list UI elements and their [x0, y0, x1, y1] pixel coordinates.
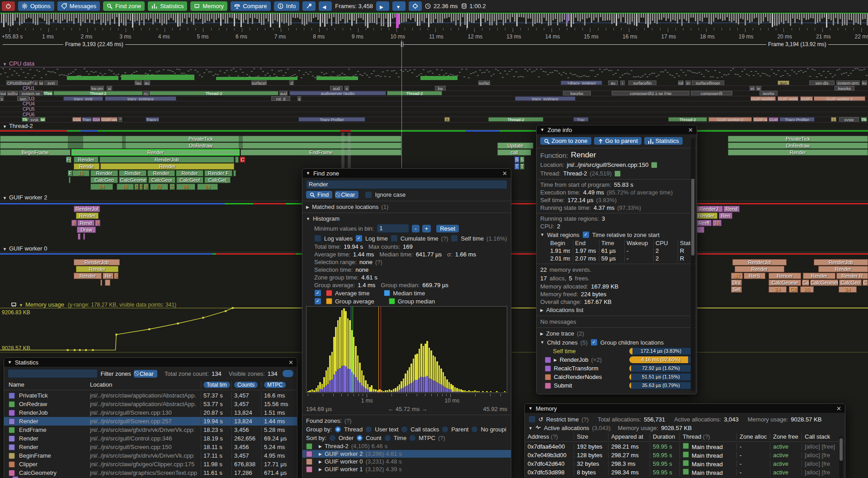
frame-bar[interactable] [604, 14, 606, 21]
timeline-zone-renderjob[interactable]: RenderJob [99, 156, 234, 163]
cpu-zone[interactable]: s [344, 86, 349, 90]
cpu-zone[interactable]: Thread-2 [488, 117, 543, 122]
found-zones-help[interactable]: (?) [344, 417, 352, 424]
frame-bar[interactable] [620, 14, 622, 22]
frame-bar[interactable] [175, 14, 176, 23]
compare-button[interactable]: Compare [231, 1, 270, 11]
wait-regions-label[interactable]: Wait regions [547, 232, 580, 238]
frame-bar[interactable] [690, 14, 692, 18]
frame-bar[interactable] [455, 14, 457, 25]
frame-bar[interactable] [1, 14, 2, 23]
frame-bar[interactable] [381, 14, 382, 26]
cpu-zone[interactable]: composer@2.1-se (Hw [612, 91, 689, 95]
frame-bar[interactable] [213, 14, 215, 23]
frame-bar[interactable] [182, 14, 183, 23]
cpu-zone[interactable]: GUIF worker 2 [708, 117, 752, 122]
frame-bar[interactable] [785, 14, 787, 21]
timeline-zone-re[interactable]: Re [103, 273, 113, 279]
frame-bar[interactable] [8, 14, 9, 25]
frame-bar[interactable] [78, 14, 79, 23]
info-button[interactable]: Info [274, 1, 300, 11]
frame-bar[interactable] [331, 14, 332, 26]
frame-bar[interactable] [656, 14, 658, 24]
frame-bar[interactable] [161, 14, 163, 25]
stats-row-clipper[interactable]: Clipperjni/../jni/src/claw/gfx/geo/Clipp… [4, 460, 297, 469]
frame-bar[interactable] [496, 14, 497, 25]
frame-bar[interactable] [231, 14, 233, 18]
frame-bar[interactable] [387, 14, 389, 27]
frame-bar[interactable] [629, 14, 631, 24]
group-by-radio-user-text[interactable] [365, 426, 372, 433]
frame-bar[interactable] [478, 14, 479, 19]
stats-row-render[interactable]: Renderjni/../jni/src/guif/Screen.cpp:150… [4, 443, 297, 451]
frame-bar[interactable] [96, 14, 97, 20]
frame-bar[interactable] [541, 14, 542, 24]
frame-bar[interactable] [643, 14, 644, 18]
zone-info-titlebar[interactable]: ▼ Zone info ✕ [537, 125, 697, 134]
frame-bar[interactable] [164, 14, 165, 24]
frame-bar[interactable] [116, 14, 118, 17]
frame-bar[interactable] [706, 14, 708, 18]
allocation-row[interactable]: 0x7dfc53d8988 bytes298.34 ms59.95 sMain … [525, 468, 845, 477]
frame-bar[interactable] [699, 14, 701, 21]
timeline-zone-render[interactable]: Render [74, 156, 99, 163]
timeline-zone[interactable] [68, 136, 83, 142]
timeline-zone-c[interactable]: C [240, 156, 245, 163]
frame-bar[interactable] [469, 14, 470, 22]
timeline-zone-calcgeo-[interactable]: CalcGeo! [176, 177, 203, 183]
frame-bar[interactable] [702, 14, 703, 22]
frame-bar[interactable] [315, 14, 316, 17]
frame-bar[interactable] [756, 14, 757, 18]
frame-bar[interactable] [130, 14, 131, 21]
collapse-arrow-icon[interactable]: ▼ [528, 426, 533, 431]
frame-bar[interactable] [528, 14, 529, 19]
child-zones-label[interactable]: Child zones [547, 339, 578, 346]
timeline-zone-calcgeome[interactable]: CalcGeome [119, 177, 147, 183]
cpu-zone[interactable]: i [831, 117, 836, 122]
timeline-zone-beginframe[interactable]: BeginFrame [0, 149, 71, 156]
wait-region-row[interactable]: 2.01 ms2.07 ms59 µs-2R [548, 255, 697, 262]
frame-bar[interactable] [602, 14, 604, 21]
frame-bar[interactable] [521, 14, 522, 17]
frame-bar[interactable] [559, 14, 561, 22]
frame-bar[interactable] [751, 14, 753, 22]
frame-bar[interactable] [256, 14, 258, 19]
frame-bar[interactable] [412, 14, 414, 18]
expand-arrow-icon[interactable]: ▶ [540, 331, 543, 336]
child-zone-calcrendernodes[interactable]: CalcRenderNodes51.51 µs (1.15%) [545, 373, 697, 381]
group-by-radio-thread[interactable] [335, 426, 341, 433]
frame-bar[interactable] [254, 14, 255, 18]
frame-bar[interactable] [340, 14, 341, 21]
timeline-zone-rend[interactable]: Rend [723, 206, 740, 212]
frame-bar[interactable] [467, 14, 468, 28]
frame-bar[interactable] [75, 14, 77, 18]
cpu-zone[interactable]: kw [435, 86, 446, 90]
frame-bar[interactable] [568, 14, 570, 21]
frame-bar[interactable] [708, 14, 710, 24]
frame-bar[interactable] [537, 14, 538, 23]
cpu-zone[interactable]: tracy_syst [63, 96, 103, 101]
cpu-zone[interactable]: rol [678, 80, 684, 85]
cpu-zone[interactable]: in [685, 80, 691, 85]
frame-bar[interactable] [42, 14, 43, 19]
frame-bar[interactable] [543, 14, 545, 18]
timeline-zone-5[interactable]: 5 [114, 273, 118, 279]
frame-bar[interactable] [625, 14, 626, 23]
frame-bar[interactable] [311, 14, 312, 22]
frame-bar[interactable] [320, 14, 321, 27]
frame-bar[interactable] [100, 14, 102, 25]
frame-bar[interactable] [573, 14, 574, 24]
frame-bar[interactable] [421, 14, 423, 21]
cpu-zone[interactable]: A [444, 117, 450, 122]
frame-bar[interactable] [539, 14, 540, 23]
frame-bar[interactable] [494, 14, 495, 21]
log-values-checkbox[interactable] [314, 235, 321, 242]
frame-bar[interactable] [243, 14, 244, 23]
col-address[interactable]: Address (?) [525, 433, 574, 440]
cpu-zone[interactable]: aud [330, 86, 343, 90]
min-bin-input[interactable]: 1 [377, 224, 409, 233]
frame-bar[interactable] [514, 14, 515, 22]
timeline-zone-dra[interactable]: Dra [731, 279, 742, 286]
frame-bar[interactable] [426, 14, 427, 18]
cpu-zone[interactable]: Thread-2 [53, 91, 143, 95]
